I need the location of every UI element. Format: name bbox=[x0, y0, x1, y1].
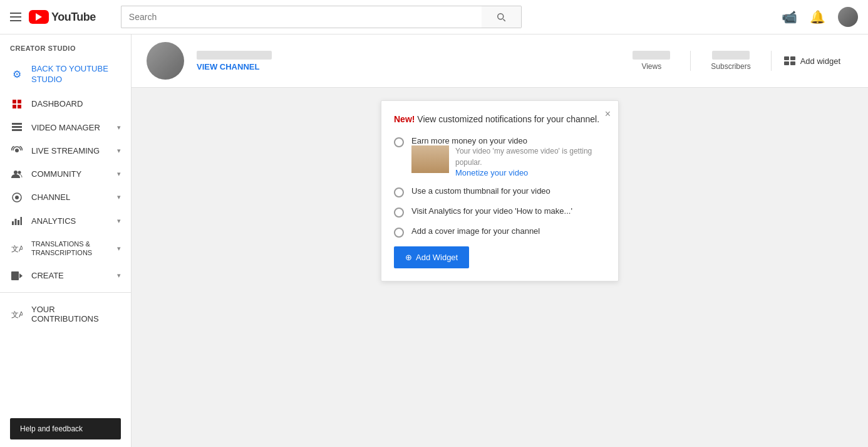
svg-point-9 bbox=[18, 171, 21, 174]
notif-text-analytics: Visit Analytics for your video 'How to m… bbox=[411, 206, 606, 216]
sidebar-item-label: LIVE STREAMING bbox=[31, 146, 117, 155]
sidebar-item-channel[interactable]: CHANNEL ▾ bbox=[0, 186, 131, 209]
svg-rect-13 bbox=[15, 219, 17, 225]
analytics-icon bbox=[10, 216, 24, 225]
sidebar-item-community[interactable]: COMMUNITY ▾ bbox=[0, 162, 131, 186]
avatar[interactable] bbox=[838, 7, 858, 27]
views-stat: Views bbox=[612, 51, 691, 71]
sidebar-item-label: TRANSLATIONS & TRANSCRIPTIONS bbox=[31, 239, 117, 258]
popup-close-button[interactable]: × bbox=[605, 108, 611, 120]
sidebar-item-label: COMMUNITY bbox=[31, 169, 117, 179]
svg-rect-23 bbox=[790, 61, 795, 65]
sidebar-item-analytics[interactable]: ANALYTICS ▾ bbox=[0, 209, 131, 233]
chevron-icon: ▾ bbox=[117, 193, 121, 201]
sidebar-item-label: ANALYTICS bbox=[31, 216, 117, 226]
notification-popup: × New! View customized notifications for… bbox=[381, 100, 619, 281]
subscribers-value bbox=[712, 51, 750, 60]
search-icon bbox=[495, 11, 507, 23]
notif-radio-thumbnail[interactable] bbox=[394, 187, 404, 197]
translations-icon: 文A bbox=[10, 244, 24, 253]
svg-text:文A: 文A bbox=[11, 310, 23, 318]
svg-text:文A: 文A bbox=[11, 245, 23, 253]
avatar-image bbox=[838, 7, 858, 27]
view-channel-link[interactable]: VIEW CHANNEL bbox=[197, 62, 272, 71]
views-value bbox=[633, 51, 670, 60]
sidebar-item-translations[interactable]: 文A TRANSLATIONS & TRANSCRIPTIONS ▾ bbox=[0, 233, 131, 265]
svg-point-11 bbox=[15, 196, 19, 199]
notification-cover: Add a cover image for your channel bbox=[394, 226, 606, 238]
search-bar bbox=[121, 6, 522, 28]
community-icon bbox=[10, 169, 24, 178]
main-content: VIEW CHANNEL Views Subscribers bbox=[132, 34, 868, 447]
sidebar-item-dashboard[interactable]: DASHBOARD bbox=[0, 92, 131, 116]
hamburger-icon[interactable] bbox=[10, 13, 21, 21]
sidebar-item-back-to-studio[interactable]: BACK TO YOUTUBE STUDIO bbox=[0, 57, 131, 92]
upload-icon[interactable]: 📹 bbox=[782, 9, 797, 24]
notif-content-cover: Add a cover image for your channel bbox=[411, 226, 606, 236]
notif-thumbnail bbox=[411, 145, 449, 173]
subscribers-stat: Subscribers bbox=[691, 51, 771, 71]
notif-image-block: Your video 'my awesome video' is getting… bbox=[411, 145, 606, 177]
add-widget-label: Add widget bbox=[800, 56, 840, 66]
create-icon bbox=[10, 271, 24, 280]
gear-icon bbox=[10, 68, 24, 80]
svg-rect-17 bbox=[11, 271, 19, 280]
search-input[interactable] bbox=[121, 6, 482, 28]
chevron-icon: ▾ bbox=[117, 147, 121, 155]
sidebar-item-contributions[interactable]: 文A YOUR CONTRIBUTIONS bbox=[0, 298, 131, 330]
bell-icon[interactable]: 🔔 bbox=[810, 9, 825, 24]
sidebar-item-label: CHANNEL bbox=[31, 192, 117, 202]
chevron-icon: ▾ bbox=[117, 124, 121, 132]
video-manager-icon bbox=[10, 123, 24, 132]
yt-logo-icon bbox=[29, 10, 49, 24]
svg-rect-12 bbox=[12, 221, 14, 225]
top-header: YouTube 📹 🔔 bbox=[0, 0, 868, 34]
main-layout: CREATOR STUDIO BACK TO YOUTUBE STUDIO DA… bbox=[0, 34, 868, 447]
svg-point-7 bbox=[15, 149, 19, 152]
notif-content-thumbnail: Use a custom thumbnail for your video bbox=[411, 186, 606, 196]
add-widget-plus-icon: ⊕ bbox=[405, 253, 412, 262]
notif-radio-analytics[interactable] bbox=[394, 208, 404, 218]
notification-earn: Earn more money on your video Your video… bbox=[394, 136, 606, 177]
svg-rect-3 bbox=[18, 105, 21, 108]
svg-rect-22 bbox=[784, 61, 789, 65]
svg-rect-2 bbox=[13, 105, 16, 108]
svg-rect-0 bbox=[13, 100, 16, 103]
svg-rect-5 bbox=[12, 126, 22, 128]
header-left: YouTube bbox=[10, 10, 96, 24]
dashboard-icon bbox=[10, 99, 24, 109]
chevron-icon: ▾ bbox=[117, 245, 121, 253]
svg-rect-1 bbox=[18, 100, 21, 103]
sidebar-item-create[interactable]: CREATE ▾ bbox=[0, 264, 131, 287]
svg-rect-6 bbox=[12, 129, 22, 131]
search-button[interactable] bbox=[482, 6, 522, 28]
add-widget-header-button[interactable]: Add widget bbox=[772, 55, 853, 66]
notif-text-earn: Earn more money on your video bbox=[411, 136, 606, 145]
notif-content-earn: Earn more money on your video Your video… bbox=[411, 136, 606, 177]
channel-avatar-image bbox=[147, 42, 184, 80]
svg-marker-18 bbox=[19, 273, 23, 278]
live-streaming-icon bbox=[10, 146, 24, 155]
notif-image-desc: Your video 'my awesome video' is getting… bbox=[455, 145, 606, 177]
notif-content-analytics: Visit Analytics for your video 'How to m… bbox=[411, 206, 606, 216]
svg-rect-20 bbox=[784, 56, 789, 60]
popup-new-label: New! bbox=[394, 114, 415, 124]
sidebar-item-label: BACK TO YOUTUBE STUDIO bbox=[31, 64, 121, 85]
notif-radio-cover[interactable] bbox=[394, 228, 404, 238]
popup-title: New! View customized notifications for y… bbox=[394, 113, 606, 126]
sidebar-divider bbox=[0, 292, 131, 293]
svg-rect-21 bbox=[790, 56, 795, 60]
monetize-link[interactable]: Monetize your video bbox=[455, 168, 528, 177]
help-feedback-button[interactable]: Help and feedback bbox=[10, 418, 121, 439]
sidebar-item-label: CREATE bbox=[31, 271, 117, 280]
youtube-logo[interactable]: YouTube bbox=[29, 10, 96, 24]
sidebar-item-label: YOUR CONTRIBUTIONS bbox=[31, 305, 121, 323]
notif-radio-earn[interactable] bbox=[394, 137, 404, 147]
add-widget-popup-button[interactable]: ⊕ Add Widget bbox=[394, 246, 469, 268]
sidebar-item-video-manager[interactable]: VIDEO MANAGER ▾ bbox=[0, 116, 131, 139]
notif-text-thumbnail: Use a custom thumbnail for your video bbox=[411, 186, 606, 196]
chevron-icon: ▾ bbox=[117, 170, 121, 178]
contributions-icon: 文A bbox=[10, 310, 24, 318]
sidebar-item-live-streaming[interactable]: LIVE STREAMING ▾ bbox=[0, 139, 131, 162]
header-right: 📹 🔔 bbox=[782, 7, 858, 27]
